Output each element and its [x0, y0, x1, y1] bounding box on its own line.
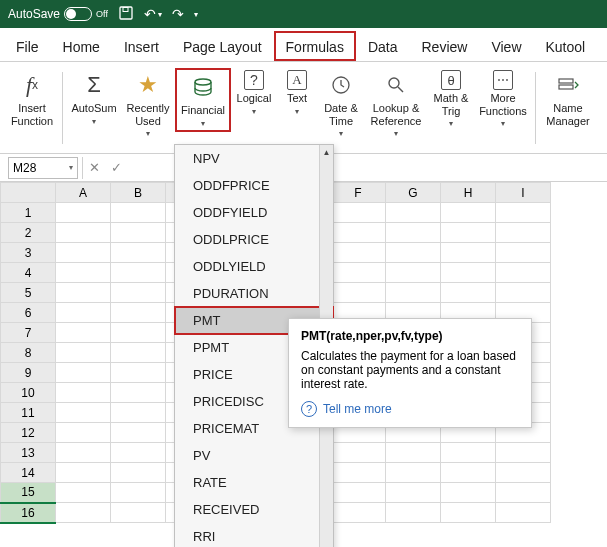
cell[interactable] — [441, 483, 496, 503]
autosum-button[interactable]: Σ AutoSum ▾ — [67, 68, 121, 128]
cell[interactable] — [496, 503, 551, 523]
row-header[interactable]: 3 — [1, 243, 56, 263]
row-header[interactable]: 13 — [1, 443, 56, 463]
name-box[interactable]: M28 ▾ — [8, 157, 78, 179]
row-header[interactable]: 4 — [1, 263, 56, 283]
row-header[interactable]: 9 — [1, 363, 56, 383]
cell[interactable] — [441, 203, 496, 223]
cell[interactable] — [496, 203, 551, 223]
cell[interactable] — [111, 223, 166, 243]
cell[interactable] — [331, 503, 386, 523]
cell[interactable] — [56, 343, 111, 363]
column-header[interactable]: B — [111, 183, 166, 203]
cell[interactable] — [111, 363, 166, 383]
cell[interactable] — [496, 463, 551, 483]
cell[interactable] — [56, 203, 111, 223]
cell[interactable] — [111, 483, 166, 503]
cancel-icon[interactable]: ✕ — [83, 160, 105, 175]
tell-me-more-link[interactable]: ? Tell me more — [301, 401, 519, 417]
cell[interactable] — [111, 503, 166, 523]
tab-insert[interactable]: Insert — [112, 31, 171, 61]
insert-function-button[interactable]: fx Insert Function — [6, 68, 58, 129]
dropdown-item[interactable]: RATE — [175, 469, 333, 496]
row-header[interactable]: 1 — [1, 203, 56, 223]
row-header[interactable]: 10 — [1, 383, 56, 403]
cell[interactable] — [441, 503, 496, 523]
cell[interactable] — [56, 323, 111, 343]
row-header[interactable]: 8 — [1, 343, 56, 363]
cell[interactable] — [56, 283, 111, 303]
column-header[interactable]: F — [331, 183, 386, 203]
lookup-reference-button[interactable]: Lookup & Reference ▾ — [365, 68, 427, 140]
dropdown-item[interactable]: ODDLPRICE — [175, 226, 333, 253]
cell[interactable] — [56, 303, 111, 323]
column-header[interactable]: A — [56, 183, 111, 203]
cell[interactable] — [56, 383, 111, 403]
undo-button[interactable]: ↶ ▾ — [144, 6, 162, 22]
dropdown-item[interactable]: PDURATION — [175, 280, 333, 307]
more-functions-button[interactable]: ⋯ More Functions ▾ — [475, 68, 531, 130]
cell[interactable] — [111, 423, 166, 443]
cell[interactable] — [386, 203, 441, 223]
dropdown-item[interactable]: RECEIVED — [175, 496, 333, 523]
cell[interactable] — [56, 403, 111, 423]
tab-home[interactable]: Home — [51, 31, 112, 61]
cell[interactable] — [331, 203, 386, 223]
row-header[interactable]: 16 — [1, 503, 56, 523]
tab-formulas[interactable]: Formulas — [274, 31, 356, 61]
cell[interactable] — [111, 303, 166, 323]
cell[interactable] — [331, 483, 386, 503]
tab-kutools[interactable]: Kutool — [534, 31, 598, 61]
financial-button[interactable]: Financial ▾ — [175, 68, 231, 132]
cell[interactable] — [331, 283, 386, 303]
cell[interactable] — [56, 363, 111, 383]
cell[interactable] — [496, 263, 551, 283]
cell[interactable] — [331, 463, 386, 483]
tab-file[interactable]: File — [4, 31, 51, 61]
dropdown-item[interactable]: NPV — [175, 145, 333, 172]
row-header[interactable]: 5 — [1, 283, 56, 303]
cell[interactable] — [386, 483, 441, 503]
column-header[interactable]: H — [441, 183, 496, 203]
tab-view[interactable]: View — [479, 31, 533, 61]
select-all-corner[interactable] — [1, 183, 56, 203]
cell[interactable] — [496, 483, 551, 503]
cell[interactable] — [331, 243, 386, 263]
scroll-up-icon[interactable]: ▲ — [320, 145, 333, 159]
row-header[interactable]: 11 — [1, 403, 56, 423]
cell[interactable] — [56, 223, 111, 243]
cell[interactable] — [331, 443, 386, 463]
save-icon[interactable] — [118, 5, 134, 24]
cell[interactable] — [111, 343, 166, 363]
row-header[interactable]: 12 — [1, 423, 56, 443]
column-header[interactable]: G — [386, 183, 441, 203]
cell[interactable] — [56, 263, 111, 283]
row-header[interactable]: 7 — [1, 323, 56, 343]
cell[interactable] — [331, 263, 386, 283]
cell[interactable] — [496, 223, 551, 243]
cell[interactable] — [56, 503, 111, 523]
tab-page-layout[interactable]: Page Layout — [171, 31, 274, 61]
cell[interactable] — [111, 463, 166, 483]
cell[interactable] — [111, 203, 166, 223]
cell[interactable] — [111, 263, 166, 283]
row-header[interactable]: 2 — [1, 223, 56, 243]
text-button[interactable]: A Text ▾ — [277, 68, 317, 118]
cell[interactable] — [496, 243, 551, 263]
cell[interactable] — [56, 243, 111, 263]
cell[interactable] — [441, 263, 496, 283]
cell[interactable] — [56, 483, 111, 503]
math-trig-button[interactable]: θ Math & Trig ▾ — [427, 68, 475, 130]
cell[interactable] — [111, 243, 166, 263]
dropdown-item[interactable]: ODDFPRICE — [175, 172, 333, 199]
dropdown-item[interactable]: ODDLYIELD — [175, 253, 333, 280]
cell[interactable] — [496, 443, 551, 463]
enter-icon[interactable]: ✓ — [105, 160, 127, 175]
tab-review[interactable]: Review — [410, 31, 480, 61]
row-header[interactable]: 14 — [1, 463, 56, 483]
cell[interactable] — [441, 223, 496, 243]
cell[interactable] — [441, 443, 496, 463]
cell[interactable] — [111, 283, 166, 303]
cell[interactable] — [496, 283, 551, 303]
cell[interactable] — [386, 283, 441, 303]
